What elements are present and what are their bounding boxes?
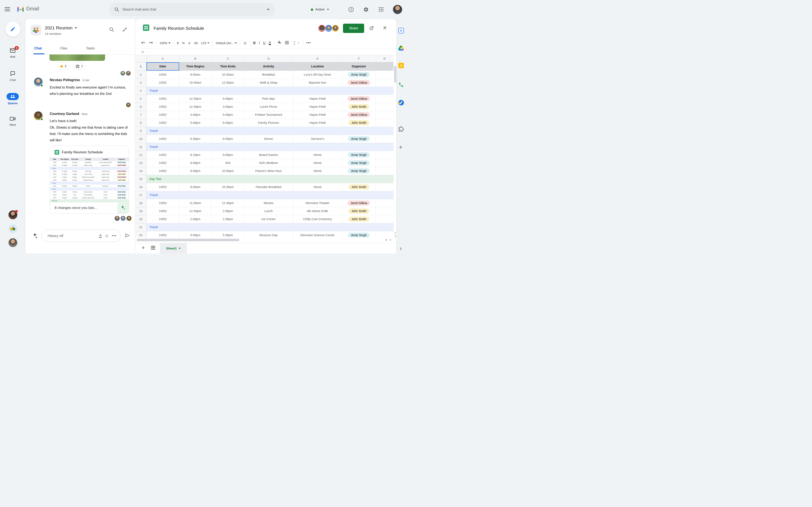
header-cell[interactable]: Organizer [342,62,375,70]
sidebar-item-meet[interactable]: Meet [0,117,26,126]
empty-cell[interactable] [375,167,394,175]
more-options-icon[interactable]: ••• [112,234,116,238]
data-cell[interactable]: 6.00pm [211,95,244,103]
data-cell[interactable]: 10/02 [146,95,179,103]
data-cell[interactable]: 10/03 [146,199,179,207]
data-cell[interactable]: 10/02 [146,159,179,167]
organizer-cell[interactable]: Amar Singh [342,167,375,175]
grid-corner[interactable] [135,55,146,62]
row-number[interactable]: 17 [135,191,146,199]
band-cell[interactable]: Day Two [146,175,394,183]
data-cell[interactable]: 6.00pm [211,119,244,127]
keep-icon[interactable] [398,63,404,68]
collapse-icon[interactable] [122,27,127,33]
addons-puzzle-icon[interactable] [398,126,404,133]
redo-icon[interactable] [149,41,153,45]
header-cell[interactable] [375,62,394,70]
empty-cell[interactable] [375,111,394,119]
font-select[interactable]: Default (Ari... [216,41,237,45]
band-cell[interactable]: Travel [146,127,394,135]
data-cell[interactable]: 10/02 [146,119,179,127]
data-cell[interactable]: 12.00pm [211,78,244,87]
bold-button[interactable]: B [253,41,256,45]
empty-cell[interactable] [375,215,394,223]
space-avatar[interactable] [31,24,42,36]
empty-cell[interactable] [375,95,394,103]
data-cell[interactable]: 12.30pm [211,199,244,207]
column-header[interactable]: B [179,55,211,62]
data-cell[interactable]: 12.30pm [179,95,211,103]
empty-cell[interactable] [375,151,394,159]
horizontal-scrollbar-thumb[interactable] [137,239,239,241]
data-cell[interactable]: 10.45am [179,78,211,87]
drive-icon[interactable] [398,46,404,51]
data-cell[interactable]: Bayview Ave [293,78,342,87]
data-cell[interactable]: Serrano’s [293,135,342,143]
band-cell[interactable]: Travel [146,191,394,199]
row-number[interactable]: 6 [135,103,146,111]
profile-avatar[interactable] [393,5,402,14]
organizer-cell[interactable]: Janet Gilboa [342,111,375,119]
empty-cell[interactable] [375,103,394,111]
collaborator-avatar[interactable] [325,25,332,32]
data-cell[interactable]: Parent’s Wine Hour [244,167,293,175]
column-header[interactable]: D [244,55,293,62]
data-cell[interactable]: 9.00am [179,70,211,78]
organizer-cell[interactable]: Janet Gilboa [342,95,375,103]
data-cell[interactable]: Home [293,159,342,167]
spreadsheet-grid[interactable]: A B C D E F G 1 Date Time Begins Time En… [135,55,394,237]
empty-cell[interactable] [375,183,394,191]
tasks-icon[interactable] [398,100,404,105]
row-number[interactable]: 20 [135,231,146,237]
scroll-left-arrow[interactable]: ◄ [385,238,387,241]
side-panel-add-icon[interactable]: + [399,144,403,151]
organizer-cell[interactable]: John Smith [342,207,375,215]
row-number[interactable]: 7 [135,111,146,119]
send-icon[interactable] [124,233,130,239]
empty-cell[interactable] [375,70,394,78]
chat-shortcut-avatar[interactable] [8,210,17,219]
data-cell[interactable]: 6.30pm [179,135,211,143]
organizer-cell[interactable]: John Smith [342,103,375,111]
data-cell[interactable]: 10/02 [146,111,179,119]
row-number[interactable]: 3 [135,78,146,87]
calendar-icon[interactable]: 31 [398,28,404,34]
fill-color-icon[interactable] [277,41,282,45]
sidebar-item-mail[interactable]: 4 Mail [0,48,26,58]
data-cell[interactable]: 3.00pm [211,103,244,111]
data-cell[interactable]: 2.00pm [211,207,244,215]
data-cell[interactable]: Home [293,151,342,159]
data-cell[interactable]: Chilly Cow Creamery [293,215,342,223]
collaborator-avatar[interactable] [318,25,325,32]
space-menu-caret-icon[interactable] [74,27,77,29]
data-cell[interactable]: Breakfast [244,70,293,78]
message-avatar[interactable] [34,77,43,87]
zoom-select[interactable]: 100% [159,41,170,45]
data-cell[interactable]: Dinner [244,135,293,143]
gear-icon[interactable] [363,7,369,13]
horizontal-scrollbar[interactable] [135,238,394,242]
data-cell[interactable]: Glenview Science Center [293,231,342,237]
data-cell[interactable]: 10/03 [146,231,179,237]
data-cell[interactable]: Glenview Theater [293,199,342,207]
font-size-select[interactable]: 11 [243,41,247,45]
data-cell[interactable]: Hayes Field [293,111,342,119]
message-input-pill[interactable]: A ☺ ••• [42,230,120,242]
organizer-cell[interactable]: Amar Singh [342,231,375,237]
tab-files[interactable]: Files [60,47,67,50]
data-cell[interactable]: 9.00pm [211,151,244,159]
data-cell[interactable]: 10/02 [146,103,179,111]
data-cell[interactable]: 10/02 [146,78,179,87]
header-cell[interactable]: Activity [244,62,293,70]
empty-cell[interactable] [375,207,394,215]
data-cell[interactable]: 8.00pm [211,135,244,143]
row-number[interactable]: 10 [135,135,146,143]
reaction-thumbs-up[interactable]: 3 [57,62,69,70]
data-cell[interactable]: Family Pictures [244,119,293,127]
compose-button[interactable] [5,21,20,37]
row-number[interactable]: 19 [135,207,146,215]
organizer-cell[interactable]: John Smith [342,183,375,191]
sheet-preview-card[interactable]: Family Reunion Schedule DateTime BeginsT… [50,146,129,214]
data-cell[interactable]: 10/02 [146,151,179,159]
data-cell[interactable]: 3.00pm [179,231,211,237]
